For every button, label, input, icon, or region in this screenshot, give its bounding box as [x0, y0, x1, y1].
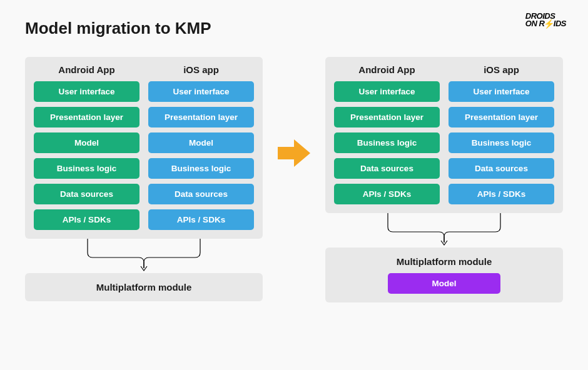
after-module-title: Multiplatform module: [334, 256, 554, 267]
layer-item: Model: [34, 132, 139, 153]
after-columns: Android App User interface Presentation …: [334, 64, 554, 204]
after-connector: [325, 213, 563, 248]
after-side: Android App User interface Presentation …: [325, 57, 563, 302]
after-ios-header: iOS app: [449, 64, 554, 75]
connector-lines-icon: [325, 213, 563, 248]
before-connector: [25, 239, 263, 273]
before-panel: Android App User interface Presentation …: [25, 57, 263, 239]
layer-item: User interface: [34, 81, 139, 102]
layer-item: User interface: [334, 81, 440, 102]
diagram-title: Model migration to KMP: [25, 19, 563, 38]
before-side: Android App User interface Presentation …: [25, 57, 263, 301]
before-android-header: Android App: [34, 64, 139, 75]
connector-lines-icon: [25, 239, 263, 273]
layer-item: Data sources: [449, 158, 554, 179]
logo-line2: ON R⚡IDS: [525, 20, 566, 28]
layer-item: Business logic: [334, 132, 440, 153]
layer-item: Business logic: [449, 132, 554, 153]
layer-item: Business logic: [148, 158, 254, 179]
diagram-content: Android App User interface Presentation …: [25, 57, 563, 302]
after-module-model: Model: [388, 273, 500, 294]
after-module-panel: Multiplatform module Model: [325, 248, 563, 302]
layer-item: Presentation layer: [334, 107, 440, 128]
layer-item: APIs / SDKs: [334, 184, 440, 204]
layer-item: User interface: [449, 81, 554, 102]
arrow-right-icon: [276, 138, 312, 168]
layer-item: User interface: [148, 81, 254, 102]
after-panel: Android App User interface Presentation …: [325, 57, 563, 213]
layer-item: Presentation layer: [148, 107, 254, 128]
after-android-header: Android App: [334, 64, 440, 75]
logo-line2-part2: IDS: [554, 19, 566, 28]
after-ios-column: iOS app User interface Presentation laye…: [449, 64, 554, 204]
layer-item: Model: [148, 132, 254, 153]
before-module-title: Multiplatform module: [34, 282, 254, 292]
transition-arrow: [275, 57, 313, 168]
after-android-column: Android App User interface Presentation …: [334, 64, 440, 204]
layer-item: APIs / SDKs: [449, 184, 554, 204]
before-ios-header: iOS app: [148, 64, 254, 75]
before-columns: Android App User interface Presentation …: [34, 64, 254, 230]
layer-item: Presentation layer: [34, 107, 139, 128]
layer-item: Business logic: [34, 158, 139, 179]
layer-item: APIs / SDKs: [148, 209, 254, 230]
layer-item: Data sources: [148, 184, 254, 204]
before-android-column: Android App User interface Presentation …: [34, 64, 139, 230]
before-module-panel: Multiplatform module: [25, 273, 263, 301]
layer-item: Data sources: [34, 184, 139, 204]
before-ios-column: iOS app User interface Presentation laye…: [148, 64, 254, 230]
brand-logo: DROIDS ON R⚡IDS: [525, 12, 566, 29]
layer-item: Data sources: [334, 158, 440, 179]
layer-item: APIs / SDKs: [34, 209, 139, 230]
layer-item: Presentation layer: [449, 107, 554, 128]
bolt-icon: ⚡: [544, 20, 554, 28]
logo-line2-part1: ON R: [525, 19, 545, 28]
